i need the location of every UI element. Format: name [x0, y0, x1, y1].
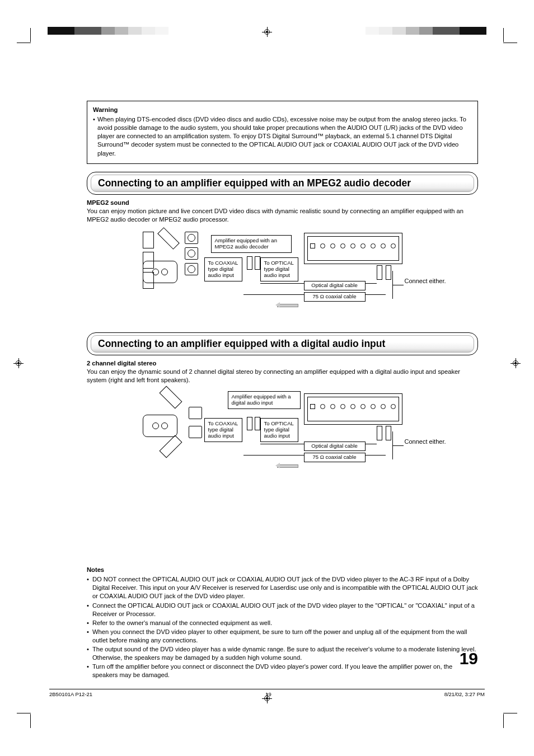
section-heading-wrap: Connecting to an amplifier equipped with… — [87, 332, 478, 355]
signal-arrow-icon — [273, 302, 298, 308]
warning-box: Warning When playing DTS-encoded discs (… — [87, 101, 478, 164]
speaker-icon — [143, 232, 154, 248]
optical-cable-label: Optical digital cable — [304, 281, 366, 290]
notes-title: Notes — [87, 566, 478, 574]
section2-body: You can enjoy the dynamic sound of 2 cha… — [87, 368, 478, 384]
section1-subtitle: MPEG2 sound — [87, 199, 478, 206]
crop-mark — [30, 28, 31, 42]
footer-left: 2B50101A P12-21 — [49, 691, 92, 697]
diagram-mpeg2: Amplifier equipped with an MPEG2 audio d… — [143, 232, 423, 310]
crop-mark — [30, 714, 31, 728]
note-item: Connect the OPTICAL AUDIO OUT jack or CO… — [92, 602, 478, 618]
opt-label-box: To OPTICAL type digital audio input — [260, 257, 298, 281]
speaker-icon — [189, 407, 202, 419]
amp-label-box: Amplifier equipped with a digital audio … — [228, 391, 301, 409]
crop-mark — [503, 713, 517, 713]
diagram-digital-input: Amplifier equipped with a digital audio … — [143, 392, 423, 471]
note-item: When you connect the DVD video player to… — [92, 628, 478, 645]
plug-icon — [255, 256, 260, 270]
page-number: 19 — [460, 649, 478, 668]
speaker-icon — [159, 386, 182, 409]
registration-strip — [366, 27, 486, 35]
plug-icon — [386, 265, 391, 280]
footer-right: 8/21/02, 3:27 PM — [444, 691, 485, 697]
registration-target-icon — [262, 27, 272, 37]
print-footer: 2B50101A P12-21 19 8/21/02, 3:27 PM — [49, 689, 485, 697]
crop-mark — [503, 714, 504, 728]
note-item: Refer to the owner's manual of the conne… — [92, 619, 272, 627]
crop-mark — [17, 713, 31, 713]
speaker-stack-icon — [185, 232, 198, 279]
optical-cable-label: Optical digital cable — [304, 442, 366, 451]
speaker-icon — [189, 426, 202, 438]
section1-body: You can enjoy motion picture and live co… — [87, 207, 478, 224]
opt-label-box: To OPTICAL type digital audio input — [260, 418, 298, 442]
note-item: DO NOT connect the OPTICAL AUDIO OUT jac… — [92, 575, 478, 600]
coax-label-box: To COAXIAL type digital audio input — [204, 257, 242, 281]
connect-either-label: Connect either. — [405, 278, 446, 285]
amp-label-box: Amplifier equipped with an MPEG2 audio d… — [211, 235, 292, 253]
plug-icon — [377, 265, 382, 280]
warning-text: When playing DTS-encoded discs (DVD vide… — [97, 115, 472, 158]
registration-target-icon — [510, 358, 521, 368]
dvd-rear-panel-icon — [304, 393, 402, 425]
plug-icon — [377, 426, 382, 440]
coax-cable-label: 75 Ω coaxial cable — [304, 292, 366, 302]
notes-section: Notes DO NOT connect the OPTICAL AUDIO O… — [87, 566, 478, 679]
coax-cable-label: 75 Ω coaxial cable — [304, 453, 366, 462]
coax-label-box: To COAXIAL type digital audio input — [204, 418, 242, 442]
plug-icon — [247, 417, 252, 430]
section1-heading: Connecting to an amplifier equipped with… — [98, 177, 411, 189]
registration-target-icon — [13, 358, 24, 368]
section2-heading: Connecting to an amplifier equipped with… — [98, 338, 385, 349]
note-item: Turn off the amplifier before you connec… — [92, 663, 478, 679]
dvd-rear-panel-icon — [304, 233, 402, 264]
crop-mark — [503, 28, 504, 42]
speaker-icon — [159, 435, 182, 458]
crop-mark — [503, 43, 517, 43]
warning-title: Warning — [93, 106, 472, 114]
amplifier-icon — [143, 261, 177, 283]
crop-mark — [17, 43, 31, 43]
plug-icon — [247, 256, 252, 270]
signal-arrow-icon — [273, 463, 298, 468]
connect-either-label: Connect either. — [405, 438, 446, 445]
registration-strip — [48, 27, 168, 35]
plug-icon — [255, 417, 260, 430]
amplifier-icon — [143, 415, 177, 437]
plug-icon — [386, 426, 391, 440]
note-item: The output sound of the DVD video player… — [92, 645, 478, 662]
section2-subtitle: 2 channel digital stereo — [87, 360, 478, 367]
section-heading-wrap: Connecting to an amplifier equipped with… — [87, 172, 478, 195]
speaker-icon — [157, 227, 180, 250]
footer-center: 19 — [265, 691, 271, 697]
